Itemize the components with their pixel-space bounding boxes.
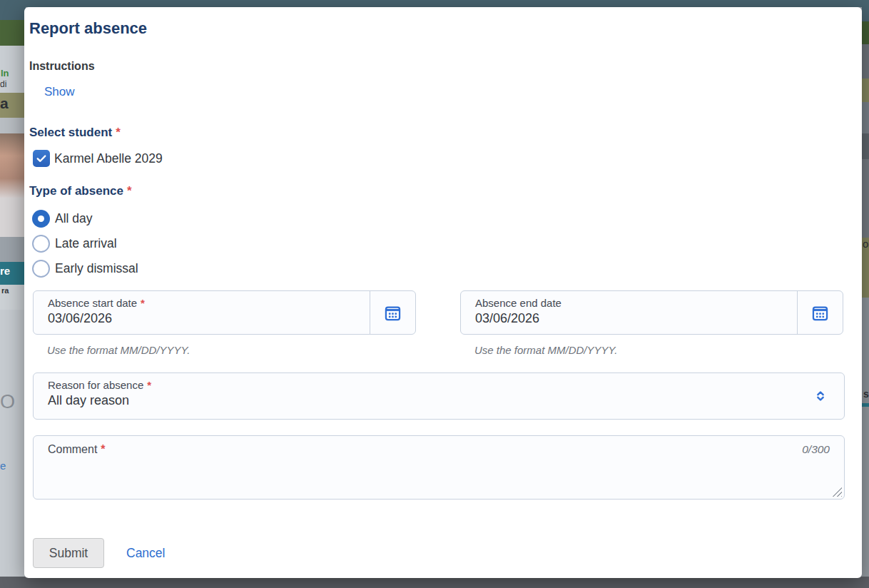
radio-option-label: All day — [55, 211, 93, 226]
end-date-format-hint: Use the format MM/DD/YYYY. — [474, 344, 843, 356]
reason-selected-value: All day reason — [48, 393, 844, 408]
chevron-updown-icon — [813, 388, 828, 404]
instructions-label: Instructions — [29, 60, 841, 73]
required-asterisk: * — [127, 184, 132, 198]
absence-start-date-input[interactable]: Absence start date* 03/06/2026 — [34, 291, 370, 334]
student-option-label: Karmel Abelle 2029 — [54, 151, 163, 166]
radio-option-all-day[interactable]: All day — [29, 206, 841, 231]
calendar-icon — [810, 303, 830, 323]
backdrop-text-fragment: ln — [1, 69, 9, 78]
radio-selected-icon[interactable] — [32, 210, 50, 228]
backdrop-text-fragment: ra — [1, 287, 9, 295]
backdrop-text-fragment: ol — [863, 238, 869, 249]
submit-button[interactable]: Submit — [33, 538, 104, 568]
radio-unselected-icon[interactable] — [32, 235, 50, 253]
radio-option-label: Early dismissal — [55, 261, 138, 276]
radio-option-label: Late arrival — [55, 236, 117, 251]
reason-for-absence-select[interactable]: Reason for absence* All day reason — [33, 372, 845, 420]
background-page-right: ol s — [862, 0, 869, 577]
required-asterisk: * — [101, 443, 105, 455]
absence-start-date-field: Absence start date* 03/06/2026 Use the f… — [33, 290, 416, 356]
backdrop-accent-bar — [862, 403, 869, 407]
cancel-link[interactable]: Cancel — [126, 546, 165, 561]
student-option-row[interactable]: Karmel Abelle 2029 — [29, 149, 841, 168]
backdrop-text-fragment: s — [863, 389, 869, 399]
radio-unselected-icon[interactable] — [32, 260, 50, 278]
checkmark-icon — [35, 152, 48, 165]
radio-option-late-arrival[interactable]: Late arrival — [29, 231, 841, 256]
required-asterisk: * — [147, 379, 151, 391]
select-student-label-text: Select student — [29, 126, 112, 139]
student-checkbox[interactable] — [33, 150, 50, 167]
background-page-bottom — [0, 577, 869, 588]
character-counter: 0/300 — [802, 443, 830, 456]
dialog-actions: Submit Cancel — [33, 538, 841, 568]
calendar-icon — [383, 303, 402, 323]
backdrop-text-fragment: a — [0, 96, 9, 111]
start-date-format-hint: Use the format MM/DD/YYYY. — [47, 344, 416, 356]
type-of-absence-label: Type of absence* — [29, 184, 841, 198]
backdrop-text-fragment: re — [0, 265, 10, 276]
background-page-left: ln di a re ra O e — [0, 0, 26, 577]
radio-option-early-dismissal[interactable]: Early dismissal — [29, 256, 841, 281]
required-asterisk: * — [141, 297, 145, 309]
end-date-calendar-button[interactable] — [797, 291, 843, 334]
type-of-absence-label-text: Type of absence — [29, 184, 123, 198]
required-asterisk: * — [116, 126, 121, 139]
comment-label: Comment — [48, 443, 97, 455]
instructions-show-link[interactable]: Show — [44, 85, 75, 99]
absence-end-date-value: 03/06/2026 — [475, 311, 797, 326]
backdrop-text-fragment: O — [0, 392, 15, 412]
reason-label: Reason for absence — [48, 379, 143, 391]
absence-type-radio-group: All day Late arrival Early dismissal — [29, 206, 841, 281]
backdrop-text-fragment: e — [0, 460, 6, 471]
absence-end-date-input[interactable]: Absence end date 03/06/2026 — [461, 291, 797, 334]
comment-textarea[interactable]: Comment* 0/300 — [33, 435, 845, 500]
dialog-title: Report absence — [29, 19, 841, 38]
report-absence-dialog: Report absence Instructions Show Select … — [24, 7, 862, 578]
date-fields-row: Absence start date* 03/06/2026 Use the f… — [33, 290, 843, 356]
absence-end-date-field: Absence end date 03/06/2026 Use the form… — [460, 290, 843, 356]
absence-start-date-label: Absence start date — [48, 297, 137, 309]
absence-end-date-label: Absence end date — [475, 297, 561, 309]
backdrop-text-fragment: di — [0, 80, 6, 88]
absence-start-date-value: 03/06/2026 — [48, 311, 370, 326]
start-date-calendar-button[interactable] — [370, 291, 415, 334]
resize-handle[interactable] — [832, 487, 842, 497]
background-page-top — [0, 0, 869, 7]
select-student-label: Select student* — [29, 126, 841, 140]
